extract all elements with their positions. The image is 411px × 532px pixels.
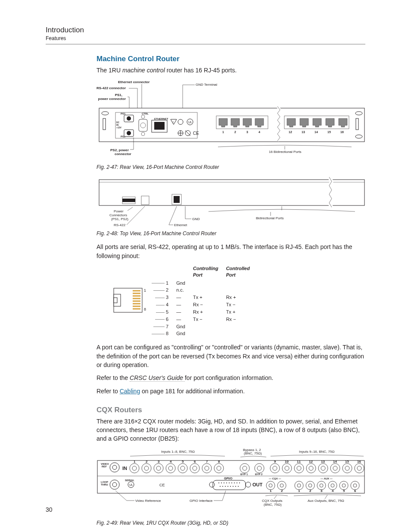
svg-text:Power: Power (114, 209, 124, 213)
svg-text:15: 15 (345, 460, 349, 464)
svg-point-180 (229, 482, 230, 483)
svg-point-191 (235, 486, 236, 487)
svg-text:8: 8 (218, 460, 220, 464)
svg-text:power connector: power connector (98, 97, 126, 101)
svg-text:5: 5 (343, 489, 345, 493)
figure-2-47: text{font-size:8px;fill:#231f20} .b{font… (97, 79, 365, 161)
svg-text:Inputs 1–8, BNC, 75Ω: Inputs 1–8, BNC, 75Ω (161, 450, 195, 454)
svg-text:CTRL: CTRL (142, 112, 149, 115)
mcr-ref-1: Refer to the CRSC User's Guide for port … (97, 373, 365, 382)
svg-text:UL: UL (129, 483, 133, 486)
svg-text:5: 5 (182, 460, 184, 464)
svg-text:Aux Outputs, BNC, 75Ω: Aux Outputs, BNC, 75Ω (308, 499, 344, 503)
svg-text:3: 3 (321, 489, 323, 493)
svg-text:13: 13 (302, 131, 305, 134)
text: Refer to (97, 388, 120, 395)
svg-rect-38 (154, 122, 165, 130)
svg-text:11: 11 (297, 460, 301, 464)
svg-text:RS-422: RS-422 (114, 223, 126, 227)
text: Refer to the (97, 374, 130, 381)
svg-text:8: 8 (144, 307, 146, 311)
svg-text:15: 15 (327, 131, 331, 134)
pinout-table: 1 8 ControllingPort ControlledPort 1Gnd … (109, 264, 254, 338)
rj45-icon: 1 8 (113, 282, 147, 318)
section-title: Introduction (46, 26, 365, 34)
cabling-link[interactable]: Cabling (120, 388, 140, 395)
svg-text:6: 6 (194, 460, 196, 464)
svg-text:ETHERNET: ETHERNET (154, 118, 168, 120)
text: for port configuration information. (185, 374, 273, 381)
text: on page 181 for additional information. (140, 388, 245, 395)
svg-text:connector: connector (115, 152, 131, 156)
figure-2-49: text{font-size:8px;fill:#231f20} .b{font… (97, 448, 365, 516)
svg-text:16 Bidirectional Ports: 16 Bidirectional Ports (269, 150, 302, 154)
svg-point-190 (233, 486, 234, 487)
svg-point-188 (227, 486, 228, 487)
svg-text:3: 3 (158, 460, 160, 464)
svg-text:3: 3 (246, 131, 248, 134)
svg-text:GND: GND (192, 217, 200, 221)
svg-line-231 (325, 495, 327, 499)
svg-text:Video Reference: Video Reference (135, 499, 161, 503)
svg-point-181 (231, 482, 232, 483)
svg-text:CE: CE (193, 131, 199, 136)
svg-text:Ethernet connector: Ethernet connector (118, 80, 149, 84)
svg-line-229 (274, 495, 277, 499)
page-number: 30 (46, 506, 53, 513)
svg-text:16: 16 (357, 460, 361, 464)
svg-text:PS1: PS1 (121, 112, 126, 115)
svg-text:+12V: +12V (116, 126, 121, 129)
svg-text:Ethernet: Ethernet (174, 223, 187, 227)
svg-text:— AUX —: — AUX — (321, 477, 333, 480)
svg-text:SERIAL: SERIAL (125, 479, 134, 482)
svg-text:13: 13 (321, 460, 325, 464)
mcr-heading: Machine Control Router (97, 55, 365, 63)
svg-text:OUT: OUT (252, 482, 263, 487)
svg-text:GND Terminal: GND Terminal (196, 83, 217, 87)
svg-text:THRU: THRU (101, 483, 108, 486)
svg-rect-72 (174, 196, 180, 203)
svg-text:(PS1, PS2): (PS1, PS2) (111, 217, 128, 221)
figure-2-48-caption: Fig. 2-48: Top View, 16-Port Machine Con… (97, 230, 365, 236)
svg-text:RS-422 connector: RS-422 connector (97, 86, 126, 90)
cqx-body: There are 316×2 CQX router models: 3Gig,… (97, 417, 365, 443)
svg-text:4: 4 (258, 131, 260, 134)
svg-text:Inputs 9–16, BNC, 75Ω: Inputs 9–16, BNC, 75Ω (299, 450, 334, 454)
svg-text:— CQX —: — CQX — (269, 477, 281, 480)
svg-text:12: 12 (289, 131, 292, 134)
svg-text:2: 2 (309, 489, 311, 493)
svg-text:14: 14 (333, 460, 337, 464)
svg-text:4: 4 (170, 460, 172, 464)
svg-text:PS2, power: PS2, power (110, 148, 129, 152)
svg-rect-66 (99, 180, 364, 205)
svg-text:10: 10 (285, 460, 289, 464)
svg-point-189 (230, 486, 231, 487)
svg-point-32 (127, 131, 131, 135)
svg-point-176 (218, 482, 219, 483)
svg-text:Connectors: Connectors (109, 213, 127, 217)
svg-text:7: 7 (206, 460, 208, 464)
svg-point-178 (224, 482, 224, 483)
svg-text:(BNC, 75Ω): (BNC, 75Ω) (244, 451, 262, 455)
svg-text:!: ! (173, 121, 174, 124)
svg-text:9: 9 (274, 460, 276, 464)
svg-text:2: 2 (281, 489, 283, 493)
svg-line-84 (169, 206, 177, 225)
svg-point-185 (220, 486, 221, 487)
mcr-body-1: All ports are serial, RS-422, operating … (97, 243, 365, 260)
text-em: CRSC User's Guide (130, 374, 185, 382)
svg-rect-90 (114, 298, 117, 303)
svg-text:GPIO Interface: GPIO Interface (190, 499, 213, 503)
svg-point-30 (127, 116, 131, 121)
svg-text:16: 16 (340, 131, 344, 134)
header-rule (46, 44, 365, 44)
svg-text:1: 1 (270, 489, 272, 493)
svg-point-192 (238, 486, 239, 487)
text: The 1RU (97, 67, 122, 74)
svg-text:BYP 1: BYP 1 (240, 473, 248, 476)
svg-text:2: 2 (146, 460, 148, 464)
svg-text:14: 14 (314, 131, 318, 134)
svg-point-183 (237, 482, 237, 483)
svg-text:4: 4 (332, 489, 334, 493)
svg-point-187 (225, 486, 226, 487)
